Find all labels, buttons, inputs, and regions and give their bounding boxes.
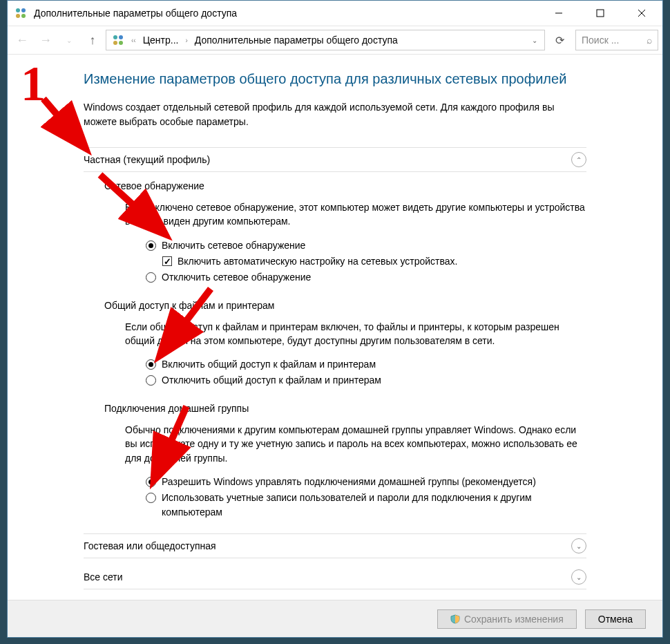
svg-line-12 <box>44 99 83 145</box>
address-dropdown[interactable]: ⌄ <box>528 37 542 44</box>
discovery-desc: Если включено сетевое обнаружение, этот … <box>104 200 586 229</box>
discovery-title: Сетевое обнаружение <box>104 179 586 193</box>
annotation-arrow-1 <box>38 93 93 158</box>
recent-dropdown[interactable]: ⌄ <box>59 30 79 50</box>
minimize-icon <box>555 9 563 17</box>
section-private-label: Частная (текущий профиль) <box>84 153 571 167</box>
fileshare-off-label: Отключить общий доступ к файлам и принте… <box>162 373 381 388</box>
svg-point-3 <box>21 14 26 18</box>
maximize-icon <box>596 9 604 17</box>
network-icon <box>15 7 27 19</box>
up-button[interactable]: ↑ <box>82 30 103 50</box>
main-content: Изменение параметров общего доступа для … <box>8 55 662 600</box>
svg-point-11 <box>119 41 123 45</box>
annotation-number: 1 <box>21 55 46 113</box>
minimize-button[interactable] <box>538 1 580 26</box>
discovery-on-row[interactable]: Включить сетевое обнаружение <box>146 238 586 253</box>
footer-bar: Сохранить изменения Отмена <box>8 600 662 637</box>
shield-icon <box>450 614 460 624</box>
discovery-radio-group: Включить сетевое обнаружение Включить ав… <box>104 238 586 285</box>
annotation-arrow-3 <box>142 283 224 368</box>
close-button[interactable] <box>621 1 662 26</box>
navigation-bar: ← → ⌄ ↑ ‹‹ Центр... › Дополнительные пар… <box>8 26 662 55</box>
section-guest-header[interactable]: Гостевая или общедоступная ⌄ <box>84 533 586 558</box>
discovery-off-row[interactable]: Отключить сетевое обнаружение <box>146 270 586 285</box>
chevron-right-icon: › <box>182 37 190 44</box>
forward-button[interactable]: → <box>35 30 56 50</box>
window-controls <box>538 1 662 26</box>
cancel-label: Отмена <box>598 614 633 625</box>
svg-point-10 <box>113 41 117 45</box>
close-icon <box>638 9 646 17</box>
search-icon: ⌕ <box>647 35 652 46</box>
intro-text: Windows создает отдельный сетевой профил… <box>84 100 586 129</box>
section-private-header[interactable]: Частная (текущий профиль) ⌃ <box>84 147 586 172</box>
address-bar[interactable]: ‹‹ Центр... › Дополнительные параметры о… <box>106 30 545 50</box>
svg-rect-5 <box>597 10 604 17</box>
homegroup-user-row[interactable]: Использовать учетные записи пользователе… <box>146 491 586 520</box>
radio-icon <box>146 375 156 386</box>
svg-line-14 <box>162 289 211 352</box>
cancel-button[interactable]: Отмена <box>585 609 646 629</box>
radio-icon <box>146 493 156 503</box>
search-placeholder: Поиск ... <box>582 35 619 46</box>
discovery-off-label: Отключить сетевое обнаружение <box>162 270 311 285</box>
search-input[interactable]: Поиск ... ⌕ <box>575 30 658 50</box>
control-panel-window: Дополнительные параметры общего доступа … <box>7 0 663 638</box>
titlebar: Дополнительные параметры общего доступа <box>8 1 662 26</box>
discovery-on-label: Включить сетевое обнаружение <box>162 238 305 253</box>
refresh-button[interactable]: ⟳ <box>549 30 570 50</box>
svg-point-9 <box>119 35 123 39</box>
crumb-separator: ‹‹ <box>128 37 139 44</box>
section-guest-label: Гостевая или общедоступная <box>84 539 571 553</box>
network-icon <box>112 34 124 46</box>
save-label: Сохранить изменения <box>464 614 564 625</box>
homegroup-user-label: Использовать учетные записи пользователе… <box>162 491 586 520</box>
svg-line-15 <box>155 406 186 477</box>
window-title: Дополнительные параметры общего доступа <box>34 8 538 19</box>
discovery-auto-row[interactable]: Включить автоматическую настройку на сет… <box>146 254 586 269</box>
section-all-header[interactable]: Все сети ⌄ <box>84 565 586 589</box>
homegroup-allow-row[interactable]: Разрешить Windows управлять подключениям… <box>146 475 586 489</box>
homegroup-allow-label: Разрешить Windows управлять подключениям… <box>162 475 536 489</box>
save-button[interactable]: Сохранить изменения <box>437 609 577 629</box>
crumb-advanced-sharing[interactable]: Дополнительные параметры общего доступа <box>192 35 401 46</box>
svg-point-0 <box>16 8 20 12</box>
chevron-down-icon: ⌄ <box>571 538 586 553</box>
back-button[interactable]: ← <box>12 30 32 50</box>
chevron-down-icon: ⌄ <box>571 569 586 585</box>
chevron-up-icon: ⌃ <box>571 152 586 167</box>
svg-point-2 <box>16 14 20 18</box>
svg-point-1 <box>21 8 26 12</box>
radio-icon <box>146 272 156 283</box>
annotation-arrow-4 <box>117 401 200 493</box>
maximize-button[interactable] <box>580 1 621 26</box>
checkbox-icon <box>162 256 172 266</box>
page-heading: Изменение параметров общего доступа для … <box>84 68 586 89</box>
svg-line-13 <box>100 175 162 231</box>
discovery-auto-label: Включить автоматическую настройку на сет… <box>178 254 457 269</box>
section-all-label: Все сети <box>84 570 571 585</box>
crumb-network-center[interactable]: Центр... <box>140 35 182 46</box>
fileshare-off-row[interactable]: Отключить общий доступ к файлам и принте… <box>146 373 586 388</box>
svg-point-8 <box>113 35 117 39</box>
annotation-arrow-2 <box>93 169 176 247</box>
